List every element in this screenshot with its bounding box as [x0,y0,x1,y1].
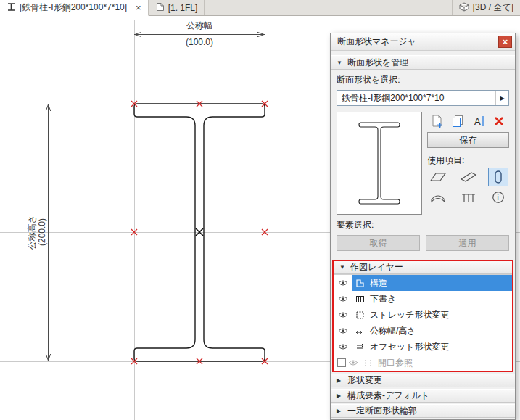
opening-reference-checkbox[interactable] [337,358,346,367]
profile-manager-panel: 断面形状マネージャ × ▼ 断面形状を管理 断面形状を選択: 鉄骨柱-I形鋼20… [330,33,516,420]
collapse-arrow-icon: ▼ [337,59,343,66]
floorplan-icon [155,2,165,14]
section-drawing-layers[interactable]: ▼ 作図レイヤー [334,261,512,274]
preview-ibeam-outline [359,123,400,204]
expand-arrow-icon: ▶ [337,408,343,414]
apply-button[interactable]: 適用 [426,235,509,251]
visibility-eye-icon[interactable] [334,311,352,318]
beam-use-icon[interactable] [458,168,479,186]
use-with-row-1 [427,167,509,187]
panel-title: 断面形状マネージャ [337,36,498,48]
layer-row-nominal-size[interactable]: 公称幅/高さ [334,323,512,339]
shell-use-icon[interactable] [428,188,448,207]
section-uniform-profile-outline[interactable]: ▶ 一定断面形状輪郭 [331,404,515,418]
pickup-button[interactable]: 取得 [337,235,420,251]
section-label: 断面形状を管理 [347,57,408,69]
panel-titlebar[interactable]: 断面形状マネージャ × [331,33,515,51]
tab-label: [1. 1FL] [168,3,198,13]
layer-label: オフセット形状変更 [370,341,449,353]
stretch-layer-icon [355,310,366,320]
collapse-arrow-icon: ▼ [339,264,346,271]
cube-3d-icon [459,2,469,14]
layer-row-structure[interactable]: 構造 [334,275,512,291]
section-label: 作図レイヤー [350,261,403,273]
profile-toolbar: A [427,112,509,131]
tab-close-icon[interactable]: × [136,3,141,12]
layer-row-draft[interactable]: 下書き [334,291,512,307]
delete-profile-button[interactable] [490,112,508,130]
nominal-size-layer-icon [355,326,366,336]
wall-use-icon[interactable] [428,168,448,186]
height-dim-value: (200.0) [37,218,47,246]
drawing-layers-annotation-box: ▼ 作図レイヤー 構造 [332,260,513,372]
layer-label: 構造 [370,277,387,289]
dropdown-arrow-icon[interactable]: ▶ [495,91,508,105]
offset-layer-icon [355,342,366,352]
info-icon[interactable]: i [488,188,508,207]
profile-preview [337,112,422,215]
section-label: 形状変更 [347,374,382,387]
section-label: 構成要素-デフォルト [347,390,429,402]
opening-reference-layer-icon [363,358,374,368]
tab-profile-editor[interactable]: [鉄骨柱-I形鋼200*100*7*10] × [0,0,149,16]
visibility-eye-icon-disabled[interactable] [346,359,360,366]
svg-text:i: i [498,194,499,202]
duplicate-profile-button[interactable] [448,112,467,130]
visibility-eye-icon[interactable] [334,327,352,334]
select-profile-label: 断面形状を選択: [331,70,515,88]
width-dim-label: 公称幅 [186,20,212,30]
dimension-lines [46,32,265,361]
element-select-label: 要素選択: [331,215,515,234]
layer-label: ストレッチ形状変更 [370,309,449,321]
section-label: 一定断面形状輪郭 [347,405,417,417]
use-with-row-2: i [427,187,509,207]
tab-bar: [鉄骨柱-I形鋼200*100*7*10] × [1. 1FL] [3D / 全… [0,0,520,16]
layer-row-offset-modify[interactable]: オフセット形状変更 [334,339,512,355]
structure-layer-icon [355,279,366,288]
expand-arrow-icon: ▶ [337,377,343,384]
svg-text:A: A [474,116,481,127]
app-window: [鉄骨柱-I形鋼200*100*7*10] × [1. 1FL] [3D / 全… [0,0,520,420]
visibility-eye-icon[interactable] [334,343,352,350]
drawing-layers-list: 構造 下書き [334,274,512,371]
tab-label: [鉄骨柱-I形鋼200*100*7*10] [20,1,127,14]
profile-editor-icon [7,2,16,14]
section-manage-profiles[interactable]: ▼ 断面形状を管理 [331,55,515,70]
tab-floorplan[interactable]: [1. 1FL] [149,0,205,15]
width-dim-value: (100.0) [186,37,213,47]
use-with-label: 使用項目: [427,155,509,167]
visibility-eye-icon[interactable] [334,295,352,302]
new-profile-button[interactable] [428,112,447,130]
railing-use-icon[interactable] [458,188,479,207]
profile-dropdown-value: 鉄骨柱-I形鋼200*100*7*10 [337,92,495,104]
rename-profile-button[interactable]: A [469,112,488,130]
tab-label: [3D / 全て] [473,1,513,14]
layer-label: 開口参照 [378,357,413,369]
layer-row-stretch-modify[interactable]: ストレッチ形状変更 [334,307,512,323]
expand-arrow-icon: ▶ [337,392,343,399]
panel-close-button[interactable]: × [498,36,512,48]
section-shape-modification[interactable]: ▶ 形状変更 [331,374,515,387]
visibility-eye-icon[interactable] [334,279,352,287]
draft-layer-icon [355,295,366,304]
height-dim-label: 公称高さ [27,215,37,250]
layer-row-opening-reference[interactable]: 開口参照 [334,355,512,371]
column-use-icon[interactable] [488,168,508,186]
layer-label: 下書き [370,293,396,305]
layer-label: 公称幅/高さ [370,325,416,337]
profile-dropdown[interactable]: 鉄骨柱-I形鋼200*100*7*10 ▶ [337,90,509,106]
tab-3d-all[interactable]: [3D / 全て] [452,0,520,15]
section-components-default[interactable]: ▶ 構成要素-デフォルト [331,389,515,403]
save-button[interactable]: 保存 [427,132,509,148]
